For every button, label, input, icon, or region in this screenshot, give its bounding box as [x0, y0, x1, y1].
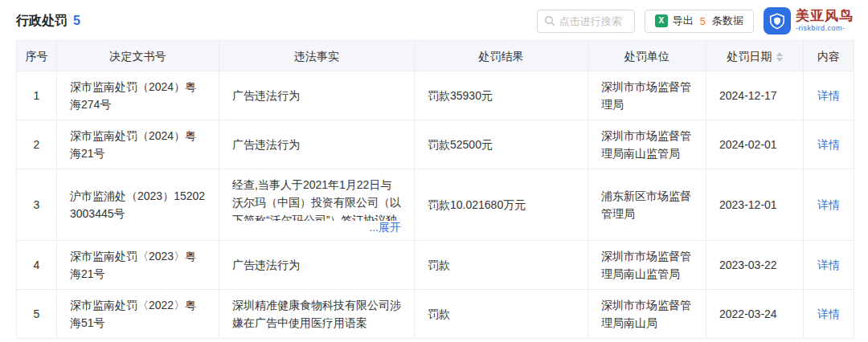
cell-date: 2024-12-17 [706, 71, 804, 120]
cell-detail: 详情 [804, 120, 854, 169]
export-button[interactable]: X 导出 5 条数据 [645, 10, 754, 33]
cell-detail: 详情 [804, 71, 854, 120]
cell-index: 2 [17, 120, 57, 169]
cell-doc-number: 深市监南处罚〈2022〉粤海51号 [57, 290, 219, 339]
table-row: 3沪市监浦处（2023）152023003445号经查,当事人于2021年1月2… [17, 169, 854, 241]
cell-doc-number: 深市监南处罚（2024）粤海21号 [57, 120, 219, 169]
search-icon [544, 15, 555, 26]
cell-result: 罚款35930元 [415, 71, 588, 120]
cell-date: 2022-03-24 [706, 290, 804, 339]
col-header-0: 序号 [17, 41, 57, 71]
fact-text: 经查,当事人于2021年1月22日与沃尔玛（中国）投资有限公司（以下简称“沃尔玛… [232, 176, 401, 222]
excel-icon: X [655, 14, 668, 27]
cell-fact: 广告违法行为 [219, 71, 415, 120]
export-count: 5 [698, 15, 707, 27]
record-count-badge: 5 [73, 14, 80, 28]
sort-icon[interactable] [776, 52, 783, 62]
shield-logo-icon [764, 7, 791, 35]
col-header-6: 内容 [804, 41, 854, 71]
topbar: 行政处罚 5 X 导出 5 条数据 [0, 0, 868, 40]
brand-text: 美亚风鸟 -riskbird.com- [796, 9, 854, 33]
penalty-table: 序号决定文书号违法事实处罚结果处罚单位处罚日期内容 1深市监南处罚（2024）粤… [16, 40, 854, 339]
page-title: 行政处罚 [16, 13, 68, 30]
col-header-2: 违法事实 [219, 41, 415, 71]
col-header-label: 处罚结果 [479, 50, 524, 63]
brand-logo: 美亚风鸟 -riskbird.com- [764, 7, 854, 35]
cell-unit: 深圳市市场监督管理局南山监管局 [588, 241, 706, 290]
col-header-label: 序号 [26, 50, 48, 63]
cell-date: 2024-02-01 [706, 120, 804, 169]
cell-fact: 广告违法行为 [219, 120, 415, 169]
penalty-table-wrap: 序号决定文书号违法事实处罚结果处罚单位处罚日期内容 1深市监南处罚（2024）粤… [16, 40, 854, 339]
section-title-wrap: 行政处罚 5 [16, 13, 80, 30]
cell-result: 罚款10.021680万元 [415, 169, 588, 241]
cell-fact: 深圳精准健康食物科技有限公司涉嫌在广告中使用医疗用语案 [219, 290, 415, 339]
cell-doc-number: 深市监南处罚（2024）粤海274号 [57, 71, 219, 120]
col-header-5[interactable]: 处罚日期 [706, 41, 804, 71]
detail-link[interactable]: 详情 [817, 307, 840, 320]
cell-date: 2023-03-22 [706, 241, 804, 290]
cell-result: 罚款 [415, 241, 588, 290]
table-row: 5深市监南处罚〈2022〉粤海51号深圳精准健康食物科技有限公司涉嫌在广告中使用… [17, 290, 854, 339]
brand-domain: -riskbird.com- [796, 25, 854, 33]
cell-fact: 经查,当事人于2021年1月22日与沃尔玛（中国）投资有限公司（以下简称“沃尔玛… [219, 169, 415, 241]
col-header-3: 处罚结果 [415, 41, 588, 71]
cell-result: 罚款 [415, 290, 588, 339]
col-header-label: 决定文书号 [110, 50, 166, 63]
detail-link[interactable]: 详情 [817, 138, 840, 151]
cell-unit: 浦东新区市场监督管理局 [588, 169, 706, 241]
col-header-label: 处罚日期 [727, 50, 772, 63]
col-header-label: 内容 [817, 50, 840, 63]
detail-link[interactable]: 详情 [817, 89, 840, 102]
col-header-label: 处罚单位 [624, 50, 669, 63]
admin-penalty-panel: 行政处罚 5 X 导出 5 条数据 [0, 0, 868, 342]
cell-date: 2023-12-01 [706, 169, 804, 241]
cell-unit: 深圳市市场监督管理局南山局 [588, 290, 706, 339]
table-header: 序号决定文书号违法事实处罚结果处罚单位处罚日期内容 [17, 41, 854, 71]
brand-name: 美亚风鸟 [796, 9, 854, 24]
cell-fact: 广告违法行为 [219, 241, 415, 290]
cell-unit: 深圳市市场监督管理局 [588, 71, 706, 120]
cell-result: 罚款52500元 [415, 120, 588, 169]
col-header-4: 处罚单位 [588, 41, 706, 71]
export-label-prefix: 导出 [673, 14, 694, 28]
cell-index: 4 [17, 241, 57, 290]
cell-unit: 深圳市市场监督管理局南山监管局 [588, 120, 706, 169]
table-row: 4深市监南处罚〈2023〉粤海21号广告违法行为罚款深圳市市场监督管理局南山监管… [17, 241, 854, 290]
cell-doc-number: 深市监南处罚〈2023〉粤海21号 [57, 241, 219, 290]
header-row: 序号决定文书号违法事实处罚结果处罚单位处罚日期内容 [17, 41, 854, 71]
cell-index: 5 [17, 290, 57, 339]
cell-index: 1 [17, 71, 57, 120]
expand-link[interactable]: ...展开 [369, 221, 401, 234]
search-box[interactable] [537, 10, 635, 33]
detail-link[interactable]: 详情 [817, 259, 840, 271]
cell-index: 3 [17, 169, 57, 241]
detail-link[interactable]: 详情 [817, 198, 840, 211]
cell-detail: 详情 [804, 241, 854, 290]
col-header-label: 违法事实 [294, 50, 339, 63]
cell-doc-number: 沪市监浦处（2023）152023003445号 [57, 169, 219, 241]
table-row: 1深市监南处罚（2024）粤海274号广告违法行为罚款35930元深圳市市场监督… [17, 71, 854, 120]
cell-detail: 详情 [804, 169, 854, 241]
table-row: 2深市监南处罚（2024）粤海21号广告违法行为罚款52500元深圳市市场监督管… [17, 120, 854, 169]
col-header-1: 决定文书号 [57, 41, 219, 71]
table-body: 1深市监南处罚（2024）粤海274号广告违法行为罚款35930元深圳市市场监督… [17, 71, 854, 339]
export-label-suffix: 条数据 [712, 14, 743, 28]
cell-detail: 详情 [804, 290, 854, 339]
topbar-actions: X 导出 5 条数据 美亚风鸟 -riskbird.com- [537, 7, 854, 35]
search-input[interactable] [559, 15, 628, 27]
